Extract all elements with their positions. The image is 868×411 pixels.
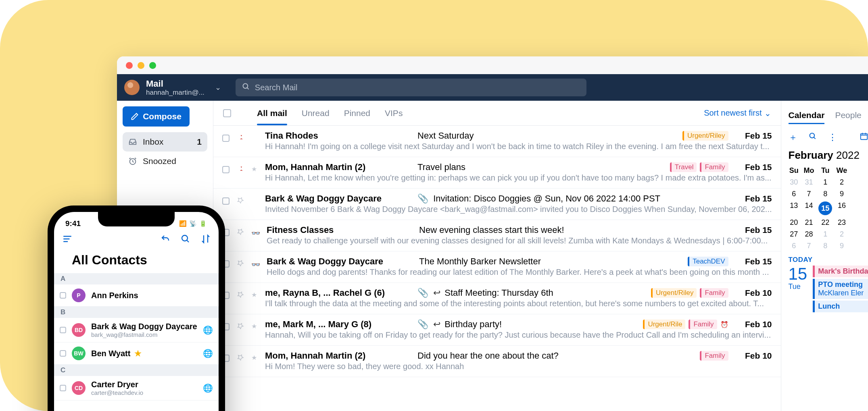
calendar-day[interactable]: 8: [818, 190, 832, 198]
search-icon[interactable]: [181, 234, 190, 247]
pin-outline-icon[interactable]: [235, 291, 246, 298]
calendar-day[interactable]: 8: [818, 242, 832, 250]
tab-unread[interactable]: Unread: [302, 108, 330, 118]
contact-row[interactable]: PAnn Perkins: [54, 284, 219, 307]
tag[interactable]: Family: [700, 351, 728, 361]
dow-header: Tu: [818, 166, 832, 175]
contact-checkbox[interactable]: [60, 292, 66, 299]
message-from: Mom, Hannah Martin (2): [265, 162, 410, 172]
calendar-day[interactable]: 1: [818, 178, 832, 187]
message-row[interactable]: ★me, Mark M, ... Mary G (8)📎 ↩ Birthday …: [213, 314, 780, 346]
account-switcher[interactable]: Mail hannah_martin@...: [146, 79, 204, 97]
calendar-day[interactable]: 6: [789, 190, 799, 198]
message-checkbox[interactable]: [222, 197, 230, 205]
add-icon[interactable]: ＋: [789, 131, 797, 143]
calendar-day[interactable]: 6: [789, 242, 799, 250]
svg-point-6: [182, 235, 188, 241]
calendar-day[interactable]: 21: [803, 218, 814, 227]
close-icon[interactable]: [126, 62, 133, 69]
tag[interactable]: Family: [700, 288, 728, 298]
calendar-day[interactable]: 9: [836, 190, 847, 198]
message-row[interactable]: Tina RhodesNext SaturdayUrgent/RileyFeb …: [213, 126, 780, 157]
tag[interactable]: TeachDEV: [688, 257, 728, 266]
calendar-day[interactable]: 1: [818, 230, 832, 239]
pin-icon[interactable]: [235, 134, 246, 142]
calendar-day[interactable]: 13: [789, 201, 799, 215]
more-icon[interactable]: ⋮: [828, 132, 837, 143]
sort-button[interactable]: Sort newest first ⌄: [704, 108, 771, 118]
calendar-day[interactable]: 16: [836, 201, 847, 215]
contact-row[interactable]: BWBen Wyatt ★🌐: [54, 342, 219, 365]
message-checkbox[interactable]: [222, 135, 230, 142]
signal-wifi-battery-icon: 📶 📡 🔋: [179, 220, 207, 227]
calendar-day[interactable]: 9: [836, 242, 847, 250]
calendar-day[interactable]: 31: [803, 178, 814, 187]
tag[interactable]: Travel: [670, 162, 697, 172]
message-row[interactable]: ★me, Rayna B, ... Rachel G (6)📎 ↩ Staff …: [213, 283, 780, 314]
tab-people[interactable]: People: [835, 110, 861, 120]
calendar-day[interactable]: 30: [789, 178, 799, 187]
star-icon[interactable]: ★: [251, 291, 259, 299]
pin-icon[interactable]: [235, 165, 246, 173]
maximize-icon[interactable]: [149, 62, 156, 69]
tag[interactable]: Urgent/Rile: [643, 320, 685, 329]
message-row[interactable]: ★Mom, Hannah Martin (2)Travel plansTrave…: [213, 157, 780, 189]
avatar[interactable]: [124, 80, 140, 95]
message-from: Bark & Wag Doggy Daycare: [265, 193, 410, 204]
contact-row[interactable]: CDCarter Dryercarter@teachdev.io🌐: [54, 376, 219, 401]
sidebar-item-inbox[interactable]: Inbox 1: [123, 132, 207, 152]
calendar-day[interactable]: 2: [836, 178, 847, 187]
pin-outline-icon[interactable]: [235, 322, 246, 330]
star-icon[interactable]: ★: [251, 354, 259, 361]
message-checkbox[interactable]: [222, 166, 230, 173]
tag[interactable]: Family: [689, 320, 717, 329]
tab-vips[interactable]: VIPs: [385, 108, 403, 118]
sidebar-item-snoozed[interactable]: Snoozed: [123, 152, 207, 171]
search-icon[interactable]: [809, 132, 817, 143]
tag[interactable]: Urgent/Riley: [651, 288, 697, 298]
message-row[interactable]: Bark & Wag Doggy Daycare📎 Invitation: Di…: [213, 189, 780, 220]
calendar-day[interactable]: 14: [803, 201, 814, 215]
pin-outline-icon[interactable]: [235, 228, 246, 235]
star-icon[interactable]: ★: [251, 165, 259, 173]
tag[interactable]: Family: [700, 162, 728, 172]
tab-pinned[interactable]: Pinned: [344, 108, 370, 118]
minimize-icon[interactable]: [138, 62, 144, 69]
calendar-day[interactable]: 23: [836, 218, 847, 227]
calendar-day[interactable]: 20: [789, 218, 799, 227]
contact-row[interactable]: BDBark & Wag Doggy Daycarebark_wag@fastm…: [54, 318, 219, 342]
calendar-event[interactable]: Lunch: [813, 301, 868, 312]
calendar-day[interactable]: 7: [803, 242, 814, 250]
calendar-event[interactable]: Mark's Birthday: [813, 266, 868, 277]
message-row[interactable]: 👓Bark & Wag Doggy DaycareThe Monthly Bar…: [213, 251, 780, 283]
contact-checkbox[interactable]: [60, 350, 66, 357]
contact-checkbox[interactable]: [60, 385, 66, 391]
calendar-day[interactable]: 22: [818, 218, 832, 227]
message-row[interactable]: 👓Fitness ClassesNew evening classes star…: [213, 220, 780, 251]
compose-button[interactable]: Compose: [123, 106, 190, 127]
select-all-checkbox[interactable]: [223, 109, 231, 117]
tag[interactable]: Urgent/Riley: [682, 131, 728, 141]
pin-outline-icon[interactable]: [235, 197, 246, 204]
calendar-day[interactable]: 28: [803, 230, 814, 239]
pin-outline-icon[interactable]: [235, 354, 246, 361]
contact-checkbox[interactable]: [60, 327, 66, 333]
calendar-day[interactable]: 2: [836, 230, 847, 239]
calendar-event[interactable]: PTO meetingMcKlaren Eler: [813, 279, 868, 299]
search-icon: [242, 83, 250, 93]
menu-icon[interactable]: [62, 234, 73, 247]
calendar-icon[interactable]: [860, 132, 868, 143]
message-row[interactable]: ★Mom, Hannah Martin (2)Did you hear the …: [213, 346, 780, 377]
pin-outline-icon[interactable]: [235, 259, 246, 267]
calendar-day[interactable]: 15: [818, 201, 832, 215]
sort-icon[interactable]: [201, 234, 211, 247]
tab-calendar[interactable]: Calendar: [789, 110, 825, 120]
tab-allmail[interactable]: All mail: [257, 108, 287, 118]
calendar-day[interactable]: 27: [789, 230, 799, 239]
undo-icon[interactable]: [161, 234, 170, 247]
calendar-day[interactable]: 7: [803, 190, 814, 198]
event-list: Mark's BirthdayPTO meetingMcKlaren ElerL…: [813, 266, 868, 314]
star-icon[interactable]: ★: [251, 322, 259, 330]
chevron-down-icon[interactable]: ⌄: [215, 83, 221, 92]
search-input[interactable]: Search Mail: [236, 79, 586, 96]
